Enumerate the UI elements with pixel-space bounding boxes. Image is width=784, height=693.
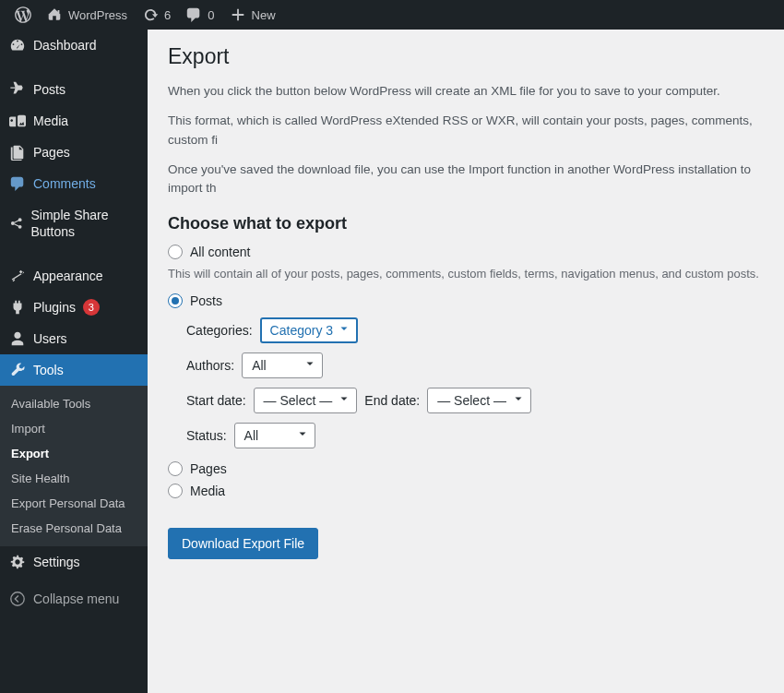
sidebar-item-tools[interactable]: Tools xyxy=(0,354,148,386)
start-date-value: — Select — xyxy=(264,393,333,408)
radio-media[interactable] xyxy=(168,484,183,498)
collapse-label: Collapse menu xyxy=(33,591,119,606)
new-content-link[interactable]: New xyxy=(222,0,283,30)
all-content-description: This will contain all of your posts, pag… xyxy=(168,267,764,281)
appearance-icon xyxy=(9,268,26,284)
tools-submenu: Available Tools Import Export Site Healt… xyxy=(0,386,148,546)
radio-media-label: Media xyxy=(190,484,225,498)
sidebar-item-label: Plugins xyxy=(33,300,76,315)
submenu-import[interactable]: Import xyxy=(0,416,148,441)
plus-icon xyxy=(230,6,246,23)
radio-posts[interactable] xyxy=(168,293,183,308)
pin-icon xyxy=(9,81,26,98)
submenu-export[interactable]: Export xyxy=(0,441,148,466)
collapse-icon xyxy=(9,591,26,607)
sidebar-item-label: Tools xyxy=(33,363,64,377)
start-date-label: Start date: xyxy=(186,393,246,408)
admin-toolbar: WordPress 6 0 New xyxy=(0,0,784,30)
intro-paragraph-1: When you click the button below WordPres… xyxy=(168,82,764,101)
media-icon xyxy=(9,113,26,129)
radio-posts-label: Posts xyxy=(190,293,222,308)
site-name-link[interactable]: WordPress xyxy=(39,0,135,30)
sidebar-item-dashboard[interactable]: Dashboard xyxy=(0,30,148,61)
svg-point-0 xyxy=(11,221,15,225)
choose-heading: Choose what to export xyxy=(168,214,764,233)
submenu-site-health[interactable]: Site Health xyxy=(0,466,148,491)
sidebar-item-label: Simple Share Buttons xyxy=(30,207,138,240)
sidebar-item-pages[interactable]: Pages xyxy=(0,137,148,168)
end-date-label: End date: xyxy=(364,393,420,408)
chevron-down-icon xyxy=(296,428,309,444)
sidebar-item-label: Pages xyxy=(33,145,70,160)
comment-count: 0 xyxy=(208,8,214,22)
sidebar-item-label: Dashboard xyxy=(33,38,97,53)
authors-select[interactable]: All xyxy=(242,352,323,378)
plugin-icon xyxy=(9,299,26,316)
submenu-export-personal-data[interactable]: Export Personal Data xyxy=(0,491,148,516)
submenu-erase-personal-data[interactable]: Erase Personal Data xyxy=(0,516,148,541)
sidebar-item-label: Posts xyxy=(33,82,65,97)
chevron-down-icon xyxy=(303,358,316,374)
pages-icon xyxy=(9,144,26,161)
page-title: Export xyxy=(168,44,764,69)
home-icon xyxy=(46,6,63,23)
categories-value: Category 3 xyxy=(270,323,333,338)
svg-point-3 xyxy=(11,592,24,605)
update-icon xyxy=(142,6,159,23)
start-date-select[interactable]: — Select — xyxy=(254,388,358,413)
main-content: Export When you click the button below W… xyxy=(148,30,784,574)
intro-paragraph-3: Once you've saved the download file, you… xyxy=(168,161,764,198)
chevron-down-icon xyxy=(512,393,525,409)
status-select[interactable]: All xyxy=(234,423,315,448)
tools-icon xyxy=(9,362,26,378)
sidebar-item-label: Comments xyxy=(33,176,96,191)
chevron-down-icon xyxy=(338,323,350,339)
sidebar-item-label: Media xyxy=(33,114,68,128)
chevron-down-icon xyxy=(338,393,350,409)
submenu-available-tools[interactable]: Available Tools xyxy=(0,391,148,416)
sidebar-item-label: Appearance xyxy=(33,269,103,283)
sidebar-item-media[interactable]: Media xyxy=(0,105,148,137)
settings-icon xyxy=(9,554,26,570)
users-icon xyxy=(9,330,26,347)
admin-sidebar: Dashboard Posts Media Pages Comments Sim… xyxy=(0,30,148,693)
status-value: All xyxy=(244,428,259,443)
plugin-update-badge: 3 xyxy=(83,299,100,316)
sidebar-item-users[interactable]: Users xyxy=(0,323,148,354)
comments-link[interactable]: 0 xyxy=(178,0,221,30)
intro-paragraph-2: This format, which is called WordPress e… xyxy=(168,112,764,149)
end-date-value: — Select — xyxy=(437,393,506,408)
sidebar-item-plugins[interactable]: Plugins 3 xyxy=(0,292,148,323)
sidebar-item-label: Users xyxy=(33,331,67,346)
status-label: Status: xyxy=(186,428,227,443)
svg-point-1 xyxy=(18,218,22,221)
download-export-button[interactable]: Download Export File xyxy=(168,528,318,559)
svg-point-2 xyxy=(18,225,22,229)
sidebar-item-simple-share[interactable]: Simple Share Buttons xyxy=(0,199,148,247)
collapse-menu[interactable]: Collapse menu xyxy=(0,583,148,615)
radio-all-content[interactable] xyxy=(168,245,183,259)
new-label: New xyxy=(252,8,276,22)
categories-label: Categories: xyxy=(186,323,253,338)
radio-all-content-label: All content xyxy=(190,245,250,259)
authors-label: Authors: xyxy=(186,358,234,373)
comment-icon xyxy=(185,6,202,23)
dashboard-icon xyxy=(9,37,26,54)
authors-value: All xyxy=(252,358,267,373)
sidebar-item-comments[interactable]: Comments xyxy=(0,168,148,199)
sidebar-item-settings[interactable]: Settings xyxy=(0,546,148,578)
wp-logo[interactable] xyxy=(7,0,39,30)
radio-pages-label: Pages xyxy=(190,461,227,476)
updates-count: 6 xyxy=(164,8,171,22)
comments-icon xyxy=(9,175,26,192)
site-name-text: WordPress xyxy=(68,8,127,22)
share-icon xyxy=(9,215,23,232)
posts-filters: Categories: Category 3 Authors: All Star… xyxy=(168,317,764,448)
updates-link[interactable]: 6 xyxy=(135,0,178,30)
end-date-select[interactable]: — Select — xyxy=(427,388,531,413)
sidebar-item-posts[interactable]: Posts xyxy=(0,74,148,105)
wordpress-icon xyxy=(15,6,31,23)
radio-pages[interactable] xyxy=(168,461,183,476)
sidebar-item-appearance[interactable]: Appearance xyxy=(0,260,148,292)
categories-select[interactable]: Category 3 xyxy=(260,317,358,343)
